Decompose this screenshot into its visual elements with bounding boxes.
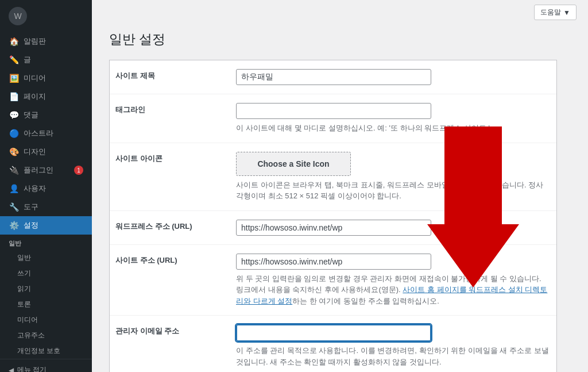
tagline-label: 태그라인 [115, 103, 236, 134]
design-icon: 🎨 [9, 147, 19, 156]
site-url-label: 사이트 주소 (URL) [115, 254, 236, 307]
main-content: 도움말 ▼ 일반 설정 사이트 제목 태그라인 이 사이트에 대해 몇 마디로 … [92, 0, 588, 372]
tools-icon: 🔧 [9, 202, 19, 212]
submenu-header: 일반 [0, 235, 92, 250]
submenu-reading[interactable]: 읽기 [0, 281, 92, 297]
media-icon: 🖼️ [9, 74, 19, 83]
sidebar-item-label: 알림판 [24, 36, 46, 47]
site-url-field: 위 두 곳의 입력란을 임의로 변경할 경우 관리자 화면에 재접속이 불가능하… [236, 254, 551, 307]
sidebar-item-settings[interactable]: ⚙️ 설정 [0, 216, 92, 235]
plugins-icon: 🔌 [9, 166, 19, 175]
sidebar-item-label: 아스트라 [24, 128, 53, 139]
site-icon-row: 사이트 아이콘 Choose a Site Icon 사이트 아이콘은 브라우저… [110, 143, 556, 211]
tagline-field: 이 사이트에 대해 몇 마디로 설명하십시오. 예: '또 하나의 워드프레스 … [236, 103, 551, 134]
tagline-description: 이 사이트에 대해 몇 마디로 설명하십시오. 예: '또 하나의 워드프레스 … [236, 122, 551, 134]
submenu-media[interactable]: 미디어 [0, 312, 92, 328]
sidebar-item-label: 댓글 [24, 110, 38, 120]
sidebar-item-label: 사용자 [24, 183, 46, 194]
posts-icon: ✏️ [9, 55, 19, 64]
sidebar-item-astra[interactable]: 🔵 아스트라 [0, 124, 92, 143]
help-arrow-icon: ▼ [563, 9, 570, 17]
plugins-badge: 1 [74, 166, 83, 175]
submenu-general[interactable]: 일반 [0, 250, 92, 266]
site-icon-label: 사이트 아이콘 [115, 152, 236, 202]
submenu-writing[interactable]: 쓰기 [0, 266, 92, 281]
site-title-label: 사이트 제목 [115, 69, 236, 85]
collapse-icon: ◀ [9, 366, 14, 373]
settings-content: 일반 설정 사이트 제목 태그라인 이 사이트에 대해 몇 마디로 설명하십시오… [92, 25, 588, 372]
comments-icon: 💬 [9, 110, 19, 120]
choose-site-icon-label: Choose a Site Icon [257, 159, 329, 168]
admin-email-label: 관리자 이메일 주소 [115, 324, 236, 367]
settings-submenu: 일반 일반 쓰기 읽기 토론 미디어 고유주소 개인정보 보호 [0, 235, 92, 359]
collapse-menu-button[interactable]: ◀ 메뉴 접기 [0, 359, 92, 372]
sidebar-item-dashboard[interactable]: 🏠 알림판 [0, 32, 92, 51]
collapse-label: 메뉴 접기 [17, 365, 47, 372]
site-title-row: 사이트 제목 [110, 60, 556, 94]
sidebar-item-users[interactable]: 👤 사용자 [0, 179, 92, 198]
submenu-discussion[interactable]: 토론 [0, 297, 92, 312]
help-label: 도움말 [540, 7, 561, 17]
admin-email-row: 관리자 이메일 주소 이 주소를 관리 목적으로 사용합니다. 이를 변경하려면… [110, 316, 556, 372]
choose-site-icon-button[interactable]: Choose a Site Icon [236, 152, 351, 176]
sidebar-item-tools[interactable]: 🔧 도구 [0, 198, 92, 216]
site-icon-field: Choose a Site Icon 사이트 아이콘은 브라우저 탭, 북마크 … [236, 152, 551, 202]
sidebar-item-label: 설정 [24, 220, 38, 231]
site-icon-description: 사이트 아이콘은 브라우저 탭, 북마크 표시줄, 워드프레스 모바일 앱에서 … [236, 179, 551, 202]
sidebar-item-label: 페이지 [24, 91, 46, 102]
page-title: 일반 설정 [109, 30, 571, 48]
wp-url-label: 워드프레스 주소 (URL) [115, 220, 236, 236]
topbar: 도움말 ▼ [92, 0, 588, 25]
site-url-row: 사이트 주소 (URL) 위 두 곳의 입력란을 임의로 변경할 경우 관리자 … [110, 245, 556, 316]
sidebar-item-plugins[interactable]: 🔌 플러그인 1 [0, 161, 92, 179]
sidebar: W 🏠 알림판 ✏️ 글 🖼️ 미디어 📄 페이지 💬 댓글 🔵 아스트라 🎨 … [0, 0, 92, 372]
sidebar-item-design[interactable]: 🎨 디자인 [0, 143, 92, 161]
site-url-link[interactable]: 사이트 홈 페이지를 워드프레스 설치 디렉토리와 다르게 설정 [236, 285, 547, 305]
settings-icon: ⚙️ [9, 221, 19, 230]
wp-url-field [236, 220, 551, 236]
wp-logo-area: W [0, 0, 92, 32]
tagline-input[interactable] [236, 103, 431, 119]
submenu-privacy[interactable]: 개인정보 보호 [0, 343, 92, 359]
sidebar-item-label: 디자인 [24, 147, 46, 157]
admin-email-field: 이 주소를 관리 목적으로 사용합니다. 이를 변경하려면, 확인하기 위한 이… [236, 324, 551, 367]
tagline-row: 태그라인 이 사이트에 대해 몇 마디로 설명하십시오. 예: '또 하나의 워… [110, 94, 556, 143]
dashboard-icon: 🏠 [9, 37, 19, 46]
sidebar-item-label: 도구 [24, 202, 38, 212]
sidebar-item-label: 글 [24, 55, 31, 65]
astra-icon: 🔵 [9, 129, 19, 138]
sidebar-item-media[interactable]: 🖼️ 미디어 [0, 69, 92, 87]
site-url-description: 위 두 곳의 입력란을 임의로 변경할 경우 관리자 화면에 재접속이 불가능하… [236, 273, 551, 307]
pages-icon: 📄 [9, 92, 19, 101]
sidebar-item-label: 플러그인 [24, 165, 53, 175]
site-title-input[interactable] [236, 69, 431, 85]
sidebar-item-comments[interactable]: 💬 댓글 [0, 106, 92, 124]
admin-email-input[interactable] [236, 324, 431, 342]
submenu-permalinks[interactable]: 고유주소 [0, 328, 92, 343]
sidebar-item-posts[interactable]: ✏️ 글 [0, 51, 92, 69]
users-icon: 👤 [9, 184, 19, 193]
help-button[interactable]: 도움말 ▼ [534, 5, 577, 20]
site-title-field [236, 69, 551, 85]
admin-email-description: 이 주소를 관리 목적으로 사용합니다. 이를 변경하려면, 확인하기 위한 이… [236, 345, 551, 367]
sidebar-item-label: 미디어 [24, 73, 46, 83]
wp-url-row: 워드프레스 주소 (URL) [110, 211, 556, 245]
wp-logo: W [9, 7, 27, 25]
site-url-input[interactable] [236, 254, 431, 270]
wp-url-input[interactable] [236, 220, 431, 236]
settings-form: 사이트 제목 태그라인 이 사이트에 대해 몇 마디로 설명하십시오. 예: '… [109, 60, 557, 372]
sidebar-item-pages[interactable]: 📄 페이지 [0, 87, 92, 106]
